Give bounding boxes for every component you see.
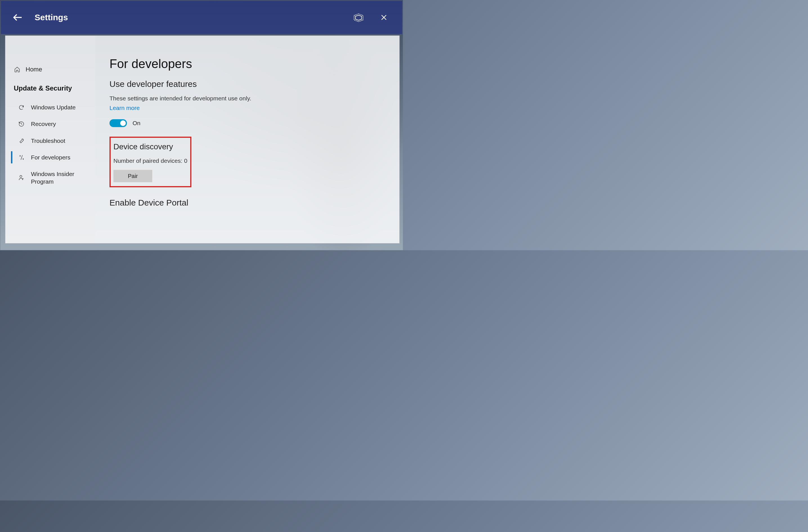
sidebar-section-title: Update & Security [5,76,95,99]
sidebar-item-windows-insider[interactable]: Windows Insider Program [5,166,95,190]
pair-button[interactable]: Pair [113,170,152,182]
paired-devices-text: Number of paired devices: 0 [113,157,187,164]
title-bar: Settings [1,1,402,34]
sidebar-item-for-developers[interactable]: For developers [5,149,95,166]
sidebar: Home Update & Security Windows Update Re… [5,36,95,243]
toggle-knob [120,120,126,126]
sidebar-item-label: For developers [31,153,70,161]
paired-devices-label: Number of paired devices: [113,157,182,164]
sidebar-item-label: Troubleshoot [31,137,65,145]
window-title: Settings [35,13,68,22]
home-icon [14,66,21,73]
close-button[interactable] [374,9,394,26]
sidebar-home[interactable]: Home [5,62,95,76]
wrench-icon [18,137,25,144]
sidebar-item-label: Windows Update [31,103,76,111]
device-discovery-highlight: Device discovery Number of paired device… [109,137,191,187]
back-button[interactable] [9,9,26,26]
arrow-left-icon [12,12,24,23]
sidebar-item-troubleshoot[interactable]: Troubleshoot [5,132,95,149]
svg-point-0 [20,175,22,177]
learn-more-link[interactable]: Learn more [109,104,140,111]
history-icon [18,121,25,127]
dev-features-toggle[interactable] [109,119,127,127]
settings-window: Home Update & Security Windows Update Re… [5,35,400,244]
sidebar-item-label: Recovery [31,120,56,128]
dev-features-description: These settings are intended for developm… [109,95,385,102]
sidebar-home-label: Home [25,66,42,73]
close-icon [380,14,388,21]
follow-window-button[interactable] [349,9,368,26]
sidebar-item-recovery[interactable]: Recovery [5,116,95,132]
toggle-state-label: On [132,120,141,127]
page-title: For developers [109,57,385,71]
device-portal-heading: Enable Device Portal [109,198,385,208]
paired-devices-count: 0 [184,157,187,164]
sync-icon [18,104,25,111]
dev-features-heading: Use developer features [109,79,385,89]
person-icon [18,174,25,181]
main-content: For developers Use developer features Th… [95,36,399,243]
device-discovery-heading: Device discovery [113,142,187,151]
hologram-icon [353,13,364,22]
sidebar-item-windows-update[interactable]: Windows Update [5,99,95,116]
tools-icon [18,154,25,161]
dev-features-toggle-row: On [109,119,385,127]
sidebar-item-label: Windows Insider Program [31,170,90,186]
